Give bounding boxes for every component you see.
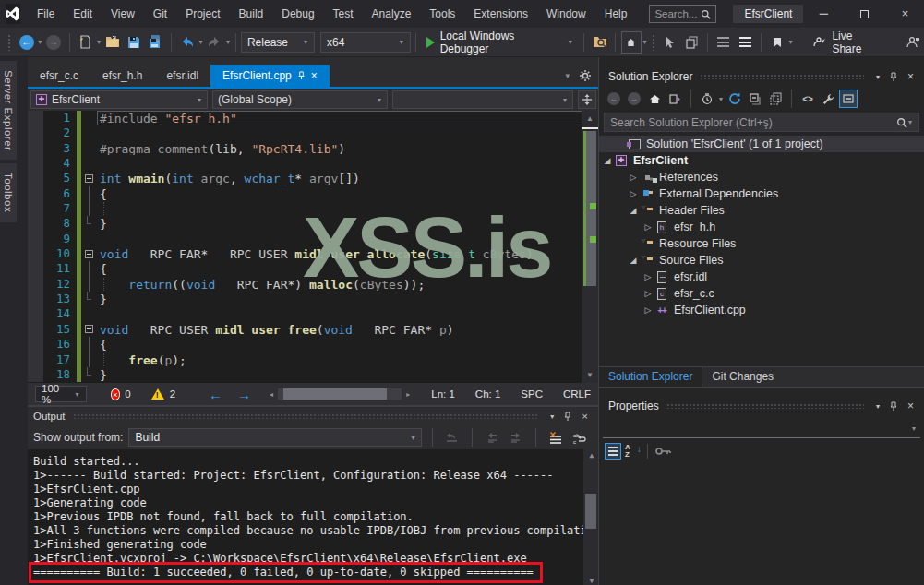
- solution-explorer-close-icon[interactable]: ×: [907, 70, 914, 83]
- collapse-region-icon[interactable]: [85, 325, 93, 333]
- fold-margin[interactable]: [81, 337, 97, 352]
- breakpoint-margin[interactable]: [28, 216, 43, 231]
- output-source-dropdown[interactable]: Build▾: [128, 428, 422, 447]
- menu-window[interactable]: Window: [537, 0, 595, 28]
- fold-margin[interactable]: [81, 306, 97, 321]
- breakpoint-margin[interactable]: [28, 337, 43, 352]
- breakpoint-margin[interactable]: [28, 232, 43, 246]
- fold-margin[interactable]: [81, 277, 97, 292]
- tree-collapsed-arrow-icon[interactable]: ▷: [642, 222, 654, 232]
- property-pages-key-icon[interactable]: [655, 447, 671, 456]
- code-text[interactable]: }: [97, 292, 598, 306]
- se-forward-icon[interactable]: →: [625, 90, 643, 108]
- tool-tab-solution-explorer[interactable]: Solution Explorer: [599, 367, 702, 387]
- fold-margin[interactable]: [81, 125, 97, 140]
- output-pin-icon[interactable]: [563, 412, 572, 422]
- scroll-up-icon[interactable]: ▲: [582, 114, 598, 123]
- output-window-dropdown-icon[interactable]: ▾: [550, 412, 554, 421]
- menu-tools[interactable]: Tools: [420, 0, 464, 28]
- properties-wrench-icon[interactable]: [819, 90, 837, 108]
- output-console[interactable]: Build started...1>------ Build started: …: [28, 449, 598, 585]
- breakpoint-margin[interactable]: [28, 186, 43, 201]
- solution-explorer-search-box[interactable]: Search Solution Explorer (Ctrl+ş) ▾: [604, 113, 919, 132]
- fold-margin[interactable]: [81, 367, 97, 382]
- fold-margin[interactable]: [81, 352, 97, 367]
- maximize-button[interactable]: [844, 0, 884, 28]
- type-scope-dropdown[interactable]: (Global Scope)▾: [212, 90, 388, 109]
- breakpoint-margin[interactable]: [28, 352, 43, 367]
- code-line-4[interactable]: 4: [28, 156, 598, 171]
- code-text[interactable]: free(p);: [97, 352, 598, 367]
- code-text[interactable]: #pragma comment(lib, "RpcRT4.lib"): [97, 141, 598, 156]
- menu-view[interactable]: View: [102, 0, 144, 28]
- tree-item-efsrclient[interactable]: ◢✚EfsrClient: [599, 152, 924, 169]
- hscroll-left-icon[interactable]: ◂: [270, 390, 273, 399]
- refresh-icon[interactable]: [726, 90, 744, 108]
- tool-tab-git-changes[interactable]: Git Changes: [702, 367, 783, 387]
- collapse-all-icon[interactable]: [746, 90, 764, 108]
- breakpoint-margin[interactable]: [28, 111, 43, 125]
- previous-message-icon[interactable]: [483, 428, 501, 447]
- member-scope-dropdown[interactable]: ▾: [392, 90, 573, 109]
- solution-explorer-dropdown-icon[interactable]: ▾: [876, 73, 880, 81]
- code-text[interactable]: [97, 156, 598, 171]
- collapse-region-icon[interactable]: [85, 250, 93, 258]
- tree-expanded-arrow-icon[interactable]: ◢: [601, 156, 614, 165]
- output-scroll-down-icon[interactable]: ▼: [583, 577, 598, 585]
- tree-collapsed-arrow-icon[interactable]: ▷: [627, 189, 640, 198]
- clear-all-output-icon[interactable]: [546, 428, 565, 447]
- alphabetical-sort-icon[interactable]: AZ↓: [625, 444, 640, 459]
- fold-margin[interactable]: [81, 171, 97, 185]
- se-search-dropdown-icon[interactable]: ▾: [908, 118, 912, 126]
- menu-build[interactable]: Build: [230, 0, 273, 28]
- collapse-region-icon[interactable]: [85, 174, 93, 183]
- navigate-backward-icon[interactable]: ←: [209, 387, 222, 402]
- fold-margin[interactable]: [81, 111, 97, 125]
- code-text[interactable]: void __RPC_USER midl_user_free(void __RP…: [97, 322, 598, 337]
- breakpoint-margin[interactable]: [28, 171, 43, 185]
- document-tab-efsr-h-h[interactable]: efsr_h.h: [90, 65, 154, 87]
- code-text[interactable]: return((void __RPC_FAR*) malloc(cBytes))…: [97, 277, 598, 292]
- menu-edit[interactable]: Edit: [64, 0, 102, 28]
- code-line-6[interactable]: 6{: [28, 186, 598, 201]
- breakpoint-margin[interactable]: [28, 141, 43, 156]
- toggle-word-wrap-icon[interactable]: abc: [570, 428, 589, 447]
- tablist-dropdown-icon[interactable]: ▾: [565, 71, 570, 80]
- editor-vertical-scrollbar[interactable]: ▲ ▼: [582, 111, 598, 383]
- code-editor[interactable]: 1#include "efsr_h.h"23#pragma comment(li…: [28, 111, 598, 383]
- code-line-1[interactable]: 1#include "efsr_h.h": [28, 111, 598, 125]
- fold-margin[interactable]: [81, 141, 97, 156]
- navigate-forward-icon[interactable]: →: [43, 31, 63, 54]
- code-line-5[interactable]: 5int wmain(int argc, wchar_t* argv[]): [28, 171, 598, 185]
- breakpoint-margin[interactable]: [28, 367, 43, 382]
- tree-item-resource-files[interactable]: Resource Files: [599, 235, 924, 252]
- fold-margin[interactable]: [81, 186, 97, 201]
- breakpoint-margin[interactable]: [28, 156, 43, 171]
- menu-help[interactable]: Help: [595, 0, 637, 28]
- show-all-files-icon[interactable]: [766, 90, 785, 108]
- live-share-button[interactable]: Live Share: [806, 30, 890, 55]
- tree-item-efsr-c-c[interactable]: ▷cefsr_c.c: [599, 285, 924, 302]
- minimize-button[interactable]: ─: [803, 0, 844, 28]
- redo-icon[interactable]: [205, 31, 224, 54]
- output-close-icon[interactable]: ×: [582, 411, 588, 422]
- switch-views-icon[interactable]: [666, 90, 684, 108]
- code-text[interactable]: {: [97, 261, 598, 276]
- code-line-15[interactable]: 15void __RPC_USER midl_user_free(void __…: [28, 322, 598, 337]
- pending-changes-filter-icon[interactable]: [698, 90, 716, 108]
- tab-close-icon[interactable]: ×: [311, 71, 318, 80]
- code-line-10[interactable]: 10void __RPC_FAR* __RPC_USER midl_user_a…: [28, 246, 598, 261]
- menu-git[interactable]: Git: [144, 0, 176, 28]
- status-indentation[interactable]: SPC: [521, 388, 543, 400]
- tab-pin-icon[interactable]: [297, 71, 306, 80]
- tree-item-efsrclient-cpp[interactable]: ▷++EfsrClient.cpp: [599, 302, 924, 318]
- menu-file[interactable]: File: [28, 0, 64, 28]
- code-text[interactable]: }: [97, 216, 598, 231]
- find-in-files-icon[interactable]: [590, 31, 609, 54]
- fold-margin[interactable]: [81, 216, 97, 231]
- increase-indent-icon[interactable]: [736, 31, 755, 54]
- status-column-number[interactable]: Ch: 1: [475, 388, 501, 400]
- document-tab-efsrclient-cpp[interactable]: EfsrClient.cpp×: [210, 65, 330, 87]
- send-feedback-icon[interactable]: [904, 31, 923, 54]
- code-line-11[interactable]: 11{: [28, 261, 598, 276]
